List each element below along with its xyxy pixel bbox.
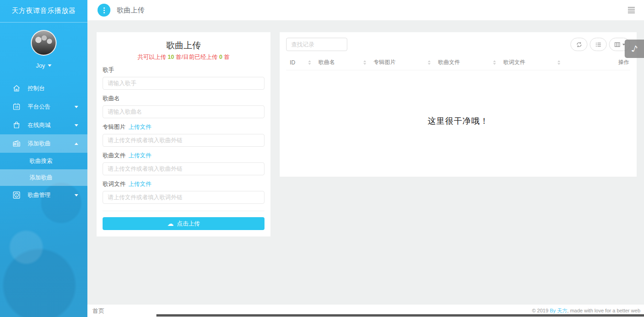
toggle-view-button[interactable] [590, 38, 607, 51]
sidebar-item-label: 歌曲搜索 [29, 157, 52, 165]
sidebar: 天方夜谭音乐播放器 Joy 控制台 15 [0, 0, 87, 317]
empty-message: 这里很干净哦！ [428, 115, 489, 127]
table-actions [570, 38, 630, 51]
copyright-prefix: © 2019 [532, 308, 550, 313]
profile-section: Joy [0, 23, 87, 69]
song-name-label: 歌曲名 [103, 95, 264, 103]
sort-icon [308, 60, 311, 65]
avatar[interactable] [31, 30, 57, 56]
field-label-text: 歌曲文件 [103, 152, 126, 160]
sidebar-item-add-song-group[interactable]: 添加歌曲 [0, 134, 87, 153]
column-label: ID [290, 59, 295, 66]
table-toolbar [286, 38, 630, 51]
sort-icon [493, 60, 496, 65]
sidebar-item-announcements[interactable]: 15 平台公告 [0, 98, 87, 116]
lyric-file-input[interactable] [103, 191, 264, 204]
column-header-song-name[interactable]: 歌曲名 [315, 58, 370, 66]
page-badge-icon [98, 4, 110, 17]
field-label-text: 专辑图片 [103, 123, 126, 131]
chevron-down-icon [48, 64, 52, 67]
empty-state: 这里很干净哦！ [286, 70, 630, 172]
song-file-input[interactable] [103, 162, 264, 175]
chevron-up-icon [75, 143, 78, 145]
refresh-icon [576, 41, 582, 48]
music-player-fab[interactable]: ♪ [625, 40, 644, 58]
album-upload-link[interactable]: 上传文件 [128, 123, 151, 131]
table-header-row: ID 歌曲名 专辑图片 歌曲文件 歌词文件 操作 [286, 55, 630, 70]
sort-icon [363, 60, 366, 65]
sidebar-item-label: 歌曲管理 [28, 191, 51, 199]
column-label: 操作 [618, 58, 629, 66]
album-image-input[interactable] [103, 134, 264, 147]
copyright-suffix: , made with love for a better web [567, 308, 640, 313]
disc-icon [12, 190, 21, 200]
username-label: Joy [36, 62, 45, 69]
sidebar-item-label: 添加歌曲 [28, 140, 51, 148]
chevron-down-icon [75, 194, 78, 196]
menu-toggle-icon[interactable] [626, 5, 637, 15]
sidebar-item-mall[interactable]: 在线商城 [0, 116, 87, 134]
column-label: 歌曲文件 [438, 58, 460, 66]
sidebar-item-add-song[interactable]: 添加歌曲 [0, 169, 87, 186]
field-label-text: 歌曲名 [103, 95, 120, 103]
app-title: 天方夜谭音乐播放器 [0, 0, 87, 21]
lyric-file-upload-link[interactable]: 上传文件 [128, 180, 151, 188]
upload-submit-button[interactable]: ☁ 点击上传 [103, 217, 264, 230]
singer-input[interactable] [103, 77, 264, 90]
column-header-id[interactable]: ID [286, 59, 315, 66]
singer-label: 歌手 [103, 66, 264, 74]
top-header: 歌曲上传 [87, 0, 644, 21]
svg-text:15: 15 [15, 105, 18, 109]
song-file-upload-link[interactable]: 上传文件 [128, 152, 151, 160]
calendar-icon: 15 [12, 102, 21, 111]
field-label-text: 歌手 [103, 66, 114, 74]
music-note-icon: ♪ [630, 43, 639, 55]
column-label: 歌词文件 [503, 58, 525, 66]
chevron-down-icon [75, 106, 78, 108]
lyric-file-label: 歌词文件 上传文件 [103, 180, 264, 188]
column-header-actions: 操作 [615, 58, 630, 66]
horizontal-scrollbar[interactable] [156, 314, 644, 317]
column-header-album-image[interactable]: 专辑图片 [370, 58, 434, 66]
sort-icon [558, 60, 560, 65]
column-label: 专辑图片 [374, 58, 396, 66]
sort-icon [428, 60, 431, 65]
quota-middle: 首/目前已经上传 [174, 54, 219, 60]
columns-icon [614, 41, 621, 48]
field-label-text: 歌词文件 [103, 180, 126, 188]
sidebar-menu: 控制台 15 平台公告 在线商城 [0, 79, 87, 204]
form-title: 歌曲上传 [103, 38, 264, 52]
sidebar-item-console[interactable]: 控制台 [0, 79, 87, 98]
column-header-lyric-file[interactable]: 歌词文件 [500, 58, 564, 66]
quota-text: 共可以上传 10 首/目前已经上传 0 首 [103, 53, 264, 61]
quota-total: 10 [168, 54, 174, 60]
page-title: 歌曲上传 [117, 6, 144, 15]
album-image-label: 专辑图片 上传文件 [103, 123, 264, 131]
quota-suffix: 首 [222, 54, 230, 60]
radio-icon [12, 139, 21, 148]
column-header-song-file[interactable]: 歌曲文件 [434, 58, 500, 66]
quota-prefix: 共可以上传 [138, 54, 168, 60]
main-content: 歌曲上传 共可以上传 10 首/目前已经上传 0 首 歌手 歌曲名 专辑图片 上… [87, 21, 644, 317]
refresh-button[interactable] [570, 38, 587, 51]
upload-form-card: 歌曲上传 共可以上传 10 首/目前已经上传 0 首 歌手 歌曲名 专辑图片 上… [97, 32, 270, 236]
sidebar-item-label: 平台公告 [28, 103, 51, 111]
copyright-text: © 2019 By 天方, made with love for a bette… [532, 307, 640, 314]
records-table-card: ID 歌曲名 专辑图片 歌曲文件 歌词文件 操作 [280, 32, 637, 177]
shopping-bag-icon [12, 121, 21, 130]
search-input[interactable] [286, 38, 347, 51]
column-label: 歌曲名 [318, 58, 335, 66]
author-link[interactable]: By 天方 [550, 308, 567, 313]
sidebar-item-label: 添加歌曲 [29, 174, 52, 182]
song-file-label: 歌曲文件 上传文件 [103, 152, 264, 160]
sidebar-item-label: 在线商城 [28, 121, 51, 129]
cloud-upload-icon: ☁ [167, 220, 174, 227]
user-dropdown[interactable]: Joy [0, 62, 87, 69]
form-footer: ☁ 点击上传 [103, 211, 264, 230]
song-name-input[interactable] [103, 105, 264, 118]
submit-label: 点击上传 [177, 220, 200, 228]
home-icon [12, 84, 21, 93]
footer-home-link[interactable]: 首页 [92, 307, 104, 315]
sidebar-item-song-management[interactable]: 歌曲管理 [0, 186, 87, 204]
sidebar-item-song-search[interactable]: 歌曲搜索 [0, 153, 87, 169]
